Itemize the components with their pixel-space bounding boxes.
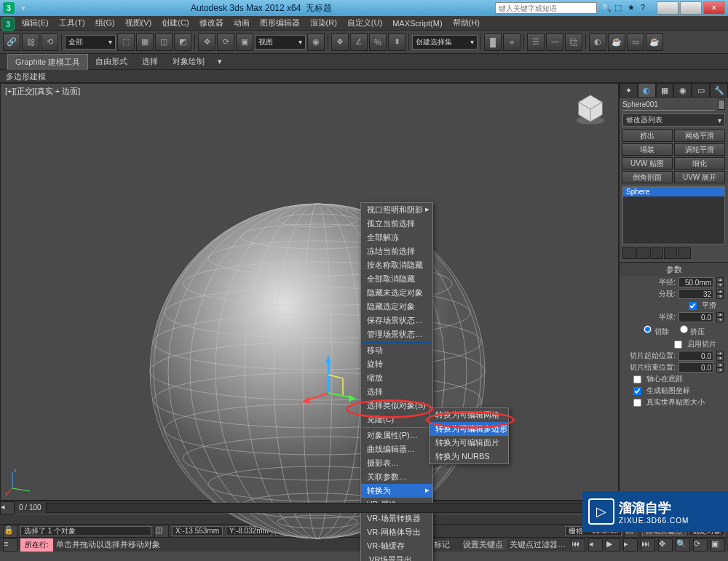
ctx-to-editable-mesh[interactable]: 转换为可编辑网格	[430, 408, 508, 422]
ctx-hide-unsel[interactable]: 隐藏未选定对象	[361, 286, 432, 300]
menu-customize[interactable]: 自定义(U)	[343, 16, 387, 30]
modifier-stack[interactable]: Sphere	[622, 186, 725, 244]
menu-views[interactable]: 视图(V)	[121, 16, 157, 30]
curve-editor-button[interactable]: 〰	[546, 33, 563, 51]
ctx-curve-editor[interactable]: 曲线编辑器…	[361, 442, 432, 456]
render-setup-button[interactable]: ☕	[608, 33, 625, 51]
pivot-button[interactable]: ◉	[307, 33, 325, 51]
radius-spinner[interactable]: ▴▾	[716, 277, 724, 287]
link-button[interactable]: 🔗	[3, 33, 20, 51]
search-icon[interactable]: 🔍	[601, 3, 612, 13]
snap-button[interactable]: ❖	[331, 33, 349, 51]
ctx-clone[interactable]: 克隆(C)	[361, 413, 432, 426]
slice-to-input[interactable]	[678, 362, 713, 373]
ctx-vr-scene-conv[interactable]: VR-场景转换器	[361, 512, 432, 525]
select-name-button[interactable]: ▦	[136, 33, 154, 51]
menu-edit[interactable]: 编辑(E)	[17, 16, 53, 30]
stack-config-button[interactable]	[678, 247, 691, 259]
chop-radio[interactable]: 切除	[643, 325, 669, 337]
app-icon[interactable]: 3	[3, 2, 15, 14]
mod-btn-collapse[interactable]: 塌装	[622, 143, 673, 156]
play-next-button[interactable]: ▸	[623, 538, 638, 552]
comm-icon[interactable]: ⬚	[614, 3, 625, 13]
tab-modify[interactable]: ◐	[638, 83, 656, 98]
menu-create[interactable]: 创建(C)	[157, 16, 193, 30]
ribbon-tab-selection[interactable]: 选择	[135, 54, 165, 69]
layers-button[interactable]: ☰	[527, 33, 545, 51]
viewport[interactable]: [+][正交][真实 + 边面]	[0, 83, 619, 501]
menu-group[interactable]: 组(G)	[91, 16, 119, 30]
mod-btn-meshsmooth[interactable]: 网格平滑	[674, 130, 725, 142]
ribbon-tab-objectpaint[interactable]: 对象绘制	[165, 54, 212, 69]
ctx-manage-state[interactable]: 管理场景状态…	[361, 327, 432, 341]
spinner-snap-button[interactable]: ⬍	[388, 33, 405, 51]
ctx-dope-sheet[interactable]: 摄影表…	[361, 456, 432, 470]
nav-max-button[interactable]: ▣	[711, 538, 725, 552]
stack-show-button[interactable]	[636, 247, 649, 259]
ctx-to-editable-patch[interactable]: 转换为可编辑面片	[430, 436, 508, 450]
mod-btn-unwrap[interactable]: UVW 展开	[674, 171, 725, 183]
material-editor-button[interactable]: ◐	[589, 33, 606, 51]
ctx-freeze-sel[interactable]: 冻结当前选择	[361, 244, 432, 258]
ribbon-tab-freeform[interactable]: 自由形式	[88, 54, 135, 69]
hemisphere-spinner[interactable]: ▴▾	[716, 312, 724, 322]
stack-unique-button[interactable]	[650, 247, 663, 259]
modifier-list-dropdown[interactable]: 修改器列表▾	[622, 114, 725, 127]
play-end-button[interactable]: ⏭	[641, 538, 655, 552]
ctx-select-similar[interactable]: 选择类似对象(S)	[361, 399, 432, 413]
qat-icon[interactable]: ▾	[21, 4, 25, 13]
rollout-header[interactable]: 参数	[620, 263, 728, 276]
tab-utilities[interactable]: 🔧	[710, 83, 728, 98]
unlink-button[interactable]: ⛓	[22, 33, 39, 51]
align-button[interactable]: ≡	[503, 33, 521, 51]
ctx-scale[interactable]: 缩放	[361, 371, 432, 385]
maximize-button[interactable]: ▭	[680, 1, 702, 15]
lock-selection-button[interactable]: 🔒	[3, 525, 17, 538]
object-name-input[interactable]	[622, 99, 715, 111]
minimize-button[interactable]: —	[657, 1, 678, 15]
scale-button[interactable]: ▣	[236, 33, 253, 51]
ctx-save-state[interactable]: 保存场景状态…	[361, 314, 432, 327]
menu-rendering[interactable]: 渲染(R)	[306, 16, 341, 30]
application-button[interactable]: 3	[1, 17, 15, 31]
viewcube[interactable]	[573, 91, 608, 126]
time-prev-button[interactable]: ◂	[0, 501, 15, 514]
ctx-select[interactable]: 选择	[361, 385, 432, 399]
menu-help[interactable]: 帮助(H)	[448, 16, 484, 30]
help-search-input[interactable]	[495, 2, 597, 14]
mod-btn-bevelprofile[interactable]: 倒角剖面	[622, 171, 673, 183]
slice-on-checkbox[interactable]	[674, 340, 682, 348]
squash-radio[interactable]: 挤压	[679, 325, 705, 337]
nav-zoom-button[interactable]: 🔍	[676, 538, 690, 552]
schematic-button[interactable]: ⿻	[565, 33, 582, 51]
mod-btn-uvwmap[interactable]: UVW 贴图	[622, 157, 673, 170]
tab-hierarchy[interactable]: ▦	[656, 83, 674, 98]
slice-from-spinner[interactable]: ▴▾	[716, 351, 724, 361]
play-prev-button[interactable]: ◂	[588, 538, 603, 552]
ctx-vr-scene-export[interactable]: .VR场景导出	[361, 553, 432, 561]
stack-pin-button[interactable]	[622, 247, 636, 259]
object-color-swatch[interactable]	[718, 100, 725, 110]
select-region-button[interactable]: ◫	[155, 33, 173, 51]
tab-motion[interactable]: ◉	[673, 83, 692, 98]
ctx-to-nurbs[interactable]: 转换为 NURBS	[430, 450, 508, 463]
smooth-checkbox[interactable]	[689, 301, 697, 309]
stack-item-sphere[interactable]: Sphere	[623, 187, 724, 196]
ctx-isolate[interactable]: 孤立当前选择	[361, 217, 432, 231]
tab-create[interactable]: ✦	[620, 83, 638, 98]
key-filters-button[interactable]: 关键点过滤器…	[510, 539, 568, 550]
menu-grapheditors[interactable]: 图形编辑器	[256, 16, 304, 30]
selection-filter-dropdown[interactable]: 全部▾	[65, 35, 116, 49]
ctx-move[interactable]: 移动	[361, 343, 432, 357]
window-crossing-button[interactable]: ◩	[174, 33, 191, 51]
ctx-lighting[interactable]: 视口照明和阴影▸	[361, 203, 432, 217]
mod-btn-turbosmooth[interactable]: 涡轮平滑	[674, 143, 725, 156]
segments-spinner[interactable]: ▴▾	[716, 289, 724, 299]
ribbon-tab-graphite[interactable]: Graphite 建模工具	[7, 54, 88, 70]
play-start-button[interactable]: ⏮	[571, 538, 585, 552]
menu-animation[interactable]: 动画	[229, 16, 254, 30]
ctx-unhide-name[interactable]: 按名称取消隐藏	[361, 258, 432, 272]
base-pivot-checkbox[interactable]	[633, 375, 641, 383]
nav-orbit-button[interactable]: ⟳	[693, 538, 708, 552]
ctx-obj-props[interactable]: 对象属性(P)…	[361, 429, 432, 442]
